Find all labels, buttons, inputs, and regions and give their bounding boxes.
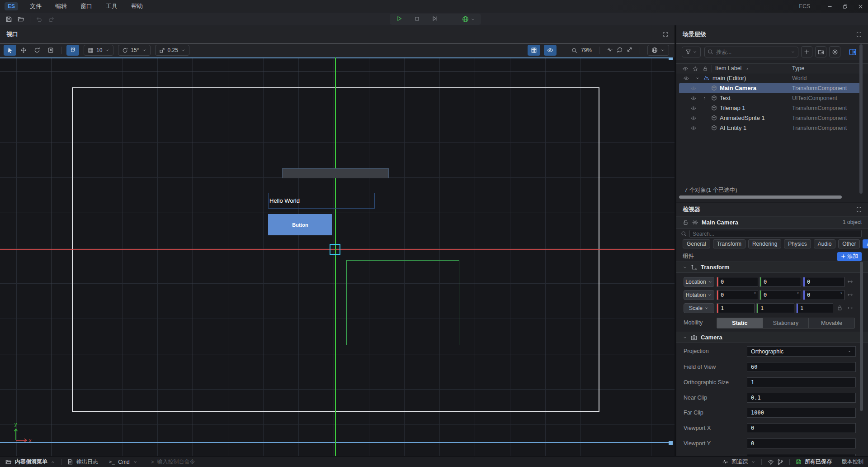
location-mode-dropdown[interactable]: Location (684, 277, 714, 287)
add-component-button[interactable]: 添加 (837, 252, 862, 261)
horizontal-scrollbar[interactable] (679, 195, 842, 199)
unlock-icon[interactable] (683, 219, 689, 225)
rotation-mode-dropdown[interactable]: Rotation (684, 290, 714, 300)
tree-row-animatedsprite[interactable]: AnimatedSprite 1 TransformComponent (679, 113, 862, 123)
content-drawer-button[interactable]: 内容侧滑菜单 (15, 458, 47, 466)
snap-toggle-button[interactable] (66, 45, 79, 56)
stop-button[interactable] (414, 16, 420, 23)
ortho-size-input[interactable] (751, 378, 853, 387)
menu-window[interactable]: 窗口 (80, 2, 92, 10)
reset-view-button[interactable] (617, 47, 623, 54)
grid-visibility-button[interactable] (528, 45, 540, 56)
eye-column-icon[interactable] (683, 66, 688, 71)
link-axes-icon[interactable] (847, 279, 853, 285)
redo-button[interactable] (48, 16, 55, 23)
selection-handle[interactable] (669, 441, 673, 445)
rotation-x-input[interactable] (721, 291, 755, 300)
tree-row-main-camera[interactable]: Main Camera TransformComponent (679, 83, 862, 93)
step-button[interactable] (432, 15, 438, 23)
run-target-dropdown[interactable] (462, 16, 475, 23)
menu-help[interactable]: 帮助 (131, 2, 143, 10)
close-button[interactable] (853, 0, 868, 13)
tree-row-world[interactable]: main (Editor) World (679, 73, 862, 83)
inspector-search-input[interactable] (689, 230, 862, 238)
scale-snap-dropdown[interactable]: 0.25 (155, 45, 189, 56)
scale-z-input[interactable] (800, 304, 830, 313)
scale-mode-dropdown[interactable]: Scale (684, 303, 714, 313)
select-tool-button[interactable] (4, 45, 16, 56)
menu-edit[interactable]: 编辑 (55, 2, 67, 10)
column-type[interactable]: Type (792, 65, 804, 71)
visibility-toggle-icon[interactable] (691, 86, 696, 91)
scene-canvas[interactable]: Hello World Button y x (0, 57, 675, 456)
output-log-button[interactable]: 输出日志 (76, 458, 98, 466)
add-entity-button[interactable] (801, 46, 812, 57)
open-button[interactable] (18, 16, 24, 23)
trace-dropdown[interactable]: 回追踪 (731, 458, 748, 466)
rotation-z-input[interactable] (807, 291, 841, 300)
location-z-input[interactable] (807, 277, 841, 286)
fit-view-button[interactable] (627, 47, 632, 54)
transform-section-header[interactable]: Transform (676, 262, 868, 273)
tab-all[interactable]: All (863, 239, 868, 248)
git-branch-icon[interactable] (777, 459, 783, 465)
visibility-toggle-icon[interactable] (691, 125, 696, 131)
ui-text-element[interactable]: Hello World (268, 193, 375, 209)
tab-other[interactable]: Other (838, 239, 860, 248)
zoom-level[interactable]: 79% (581, 47, 592, 53)
filter-dropdown[interactable] (682, 47, 701, 57)
maximize-button[interactable] (837, 0, 853, 13)
sort-ascending-icon[interactable] (745, 67, 750, 71)
projection-select[interactable]: Orthographic (747, 346, 856, 357)
viewport-y-input[interactable] (751, 439, 853, 448)
column-item-label[interactable]: Item Label (715, 65, 741, 71)
mobility-static[interactable]: Static (717, 318, 763, 328)
tab-general[interactable]: General (683, 239, 710, 248)
camera-section-header[interactable]: Camera (676, 332, 868, 343)
chevron-down-icon[interactable] (695, 76, 700, 81)
far-clip-input[interactable] (751, 408, 853, 417)
world-dropdown[interactable] (647, 45, 669, 56)
menu-file[interactable]: 文件 (30, 2, 42, 10)
ui-panel-element[interactable] (282, 168, 389, 178)
tab-transform[interactable]: Transform (713, 239, 745, 248)
mobility-movable[interactable]: Movable (809, 318, 854, 328)
rotation-y-input[interactable] (764, 291, 798, 300)
network-icon[interactable] (768, 459, 774, 465)
tab-audio[interactable]: Audio (814, 239, 836, 248)
minimize-button[interactable] (822, 0, 837, 13)
inspector-expand-button[interactable] (856, 207, 862, 212)
menu-tools[interactable]: 工具 (106, 2, 118, 10)
console-input[interactable]: 输入控制台命令 (157, 458, 195, 466)
version-control-button[interactable]: 版本控制 (842, 458, 863, 466)
chevron-down-icon[interactable] (751, 460, 755, 464)
rotate-tool-button[interactable] (31, 45, 43, 56)
lock-column-icon[interactable] (703, 66, 708, 71)
viewport-expand-button[interactable] (663, 32, 668, 37)
mobility-stationary[interactable]: Stationary (763, 318, 809, 328)
chevron-down-icon[interactable] (791, 50, 795, 54)
panel-layout-button[interactable] (849, 48, 857, 56)
stats-button[interactable] (607, 47, 613, 54)
visibility-toggle-icon[interactable] (691, 105, 696, 111)
chevron-down-icon[interactable] (133, 460, 137, 464)
viewport-x-input[interactable] (751, 424, 853, 433)
undo-button[interactable] (36, 16, 42, 23)
gizmo-visibility-button[interactable] (544, 45, 557, 56)
fov-input[interactable] (751, 362, 853, 372)
add-folder-button[interactable] (815, 46, 826, 57)
vertical-scrollbar[interactable] (859, 44, 863, 194)
near-clip-input[interactable] (751, 393, 853, 402)
link-axes-icon[interactable] (847, 292, 853, 298)
selection-handle[interactable] (669, 57, 673, 60)
tab-physics[interactable]: Physics (784, 239, 811, 248)
save-button[interactable] (5, 16, 12, 23)
tree-row-tilemap[interactable]: Tilemap 1 TransformComponent (679, 103, 862, 113)
visibility-toggle-icon[interactable] (691, 95, 696, 101)
visibility-toggle-icon[interactable] (684, 76, 689, 81)
star-column-icon[interactable] (693, 66, 698, 71)
angle-snap-dropdown[interactable]: 15° (118, 45, 150, 56)
save-status[interactable]: 所有已保存 (805, 458, 832, 466)
app-logo[interactable]: ES (5, 2, 18, 10)
visibility-toggle-icon[interactable] (691, 115, 696, 121)
